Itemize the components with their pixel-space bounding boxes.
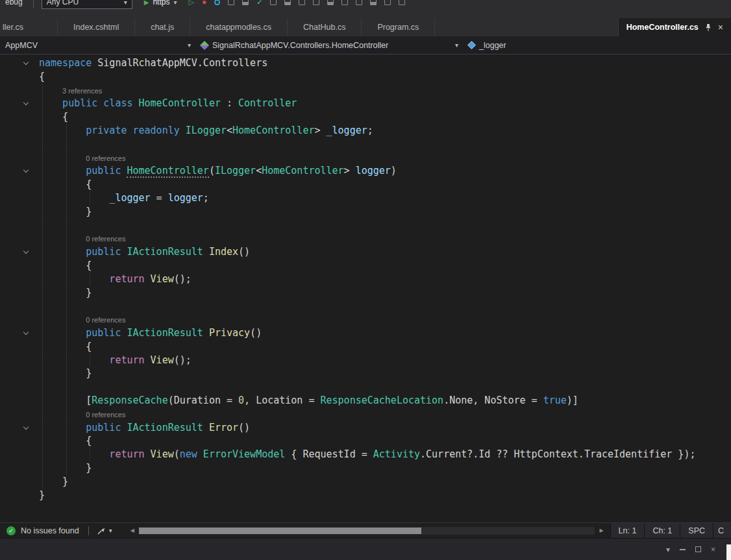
fold-chevron-icon[interactable] <box>23 330 29 335</box>
toolbar-icon[interactable] <box>242 0 249 5</box>
fold-chevron-icon[interactable] <box>23 249 29 254</box>
toolbar-icon[interactable] <box>270 0 277 5</box>
type-dropdown[interactable]: SignalRchatAppMCV.Controllers.HomeContro… <box>196 36 464 54</box>
fold-chevron-icon[interactable] <box>23 167 29 173</box>
indent-guide <box>42 340 43 354</box>
toolbar-icon[interactable] <box>356 0 362 5</box>
debug-target-combo[interactable]: ebug <box>3 0 25 6</box>
code-line[interactable] <box>0 219 731 232</box>
codelens-line[interactable]: 3 references <box>0 84 731 97</box>
code-line[interactable]: _logger = logger; <box>0 191 731 205</box>
close-icon[interactable]: × <box>718 23 723 32</box>
toolbar-icon[interactable] <box>313 0 319 5</box>
codelens-line[interactable]: 0 references <box>0 151 731 165</box>
code-line[interactable]: } <box>0 489 731 502</box>
eol-indicator[interactable]: C <box>713 523 731 538</box>
code-line[interactable]: namespace SignalRchatAppMCV.Controllers <box>0 56 731 70</box>
code-line[interactable]: private readonly ILogger<HomeController>… <box>0 124 731 138</box>
code-token: { <box>62 111 68 123</box>
code-line[interactable]: public HomeController(ILogger<HomeContro… <box>0 164 731 178</box>
code-token: SignalRchatAppMCV.Controllers <box>92 57 267 69</box>
codelens-line[interactable]: 0 references <box>0 232 731 245</box>
codelens-line[interactable]: 0 references <box>0 313 731 326</box>
tab-homecontroller-active[interactable]: HomeController.cs × <box>618 18 731 36</box>
scrollbar-track[interactable] <box>139 527 595 535</box>
play-icon: ▶ <box>144 0 149 6</box>
code-line[interactable]: public IActionResult Privacy() <box>0 326 731 340</box>
code-line[interactable]: { <box>0 178 731 191</box>
refresh-icon[interactable] <box>214 0 220 5</box>
close-icon[interactable]: × <box>711 546 715 554</box>
check-circle-icon: ✓ <box>6 526 16 535</box>
horizontal-scrollbar[interactable]: ◀ ▶ <box>130 523 604 538</box>
fold-chevron-icon[interactable] <box>23 100 29 105</box>
gutter <box>0 232 39 245</box>
tab-chat-js[interactable]: chat.js <box>135 18 190 36</box>
code-editor[interactable]: namespace SignalRchatAppMCV.Controllers{… <box>0 55 731 522</box>
member-dropdown[interactable]: _logger <box>464 36 512 54</box>
tab-chatappmodles-cs[interactable]: chatappmodles.cs <box>190 18 288 36</box>
check-icon[interactable]: ✓ <box>256 0 262 6</box>
code-line[interactable] <box>0 138 731 151</box>
code-cleanup-button[interactable]: ▾ <box>97 526 112 535</box>
code-line[interactable]: } <box>0 205 731 219</box>
code-line[interactable]: { <box>0 434 731 448</box>
code-line[interactable]: public IActionResult Error() <box>0 421 731 435</box>
indent-guide <box>66 448 67 461</box>
toolbar-icon[interactable] <box>384 0 391 5</box>
scrollbar-thumb[interactable] <box>139 528 422 534</box>
code-line[interactable]: { <box>0 259 731 273</box>
fold-chevron-icon[interactable] <box>23 424 29 429</box>
toolbar-icon[interactable] <box>370 0 377 5</box>
codelens-references[interactable]: 0 references <box>86 411 125 419</box>
run-button[interactable]: ▶ https ▾ <box>140 0 181 6</box>
line-indicator[interactable]: Ln: 1 <box>610 523 645 538</box>
project-dropdown[interactable]: AppMCV ▾ <box>0 36 196 54</box>
code-line[interactable]: return View(); <box>0 273 731 286</box>
column-indicator[interactable]: Ch: 1 <box>644 523 680 538</box>
codelens-references[interactable]: 3 references <box>62 87 102 95</box>
code-line[interactable] <box>0 380 731 394</box>
platform-combo[interactable]: Any CPU ▾ <box>42 0 132 9</box>
code-line[interactable]: public IActionResult Index() <box>0 245 731 259</box>
scrollbar-fragment[interactable] <box>726 544 731 560</box>
toolbar-icon[interactable] <box>399 0 405 5</box>
code-line[interactable]: } <box>0 286 731 300</box>
tab-chathub-cs[interactable]: ChatHub.cs <box>288 18 362 36</box>
toolbar-icon[interactable] <box>299 0 305 5</box>
code-line[interactable]: return View(new ErrorViewModel { Request… <box>0 448 731 461</box>
tab-cropped[interactable]: ller.cs <box>0 18 58 36</box>
code-line[interactable]: } <box>0 367 731 380</box>
code-line[interactable]: [ResponseCache(Duration = 0, Location = … <box>0 394 731 408</box>
codelens-line[interactable]: 0 references <box>0 408 731 421</box>
code-line[interactable]: } <box>0 475 731 489</box>
code-line[interactable]: public class HomeController : Controller <box>0 97 731 110</box>
record-icon[interactable]: ● <box>202 0 206 6</box>
codelens-references[interactable]: 0 references <box>86 316 125 324</box>
pin-icon[interactable] <box>705 23 712 32</box>
toolbar-icon[interactable] <box>228 0 234 5</box>
tab-index-cshtml[interactable]: Index.cshtml <box>58 18 135 36</box>
code-line[interactable]: return View(); <box>0 354 731 367</box>
scroll-right-icon[interactable]: ▶ <box>599 528 603 533</box>
indent-guide <box>66 340 67 354</box>
maximize-icon[interactable] <box>695 546 701 552</box>
code-line[interactable]: { <box>0 340 731 354</box>
codelens-references[interactable]: 0 references <box>86 235 125 243</box>
minimize-icon[interactable] <box>680 549 686 550</box>
fold-chevron-icon[interactable] <box>23 60 29 65</box>
code-line[interactable]: { <box>0 110 731 124</box>
chevron-down-icon[interactable]: ▾ <box>666 546 670 554</box>
code-line[interactable] <box>0 299 731 313</box>
toolbar-icon[interactable] <box>341 0 348 5</box>
scroll-left-icon[interactable]: ◀ <box>130 528 134 533</box>
play-outline-icon[interactable]: ▷ <box>188 0 193 6</box>
toolbar-icon[interactable] <box>327 0 334 5</box>
code-line[interactable]: { <box>0 70 731 84</box>
spc-indicator[interactable]: SPC <box>680 523 713 538</box>
code-line[interactable]: } <box>0 461 731 475</box>
tab-program-cs[interactable]: Program.cs <box>362 18 435 36</box>
toolbar-icon[interactable] <box>284 0 291 5</box>
document-health-indicator[interactable]: ✓ No issues found <box>0 523 79 538</box>
codelens-references[interactable]: 0 references <box>86 154 125 162</box>
